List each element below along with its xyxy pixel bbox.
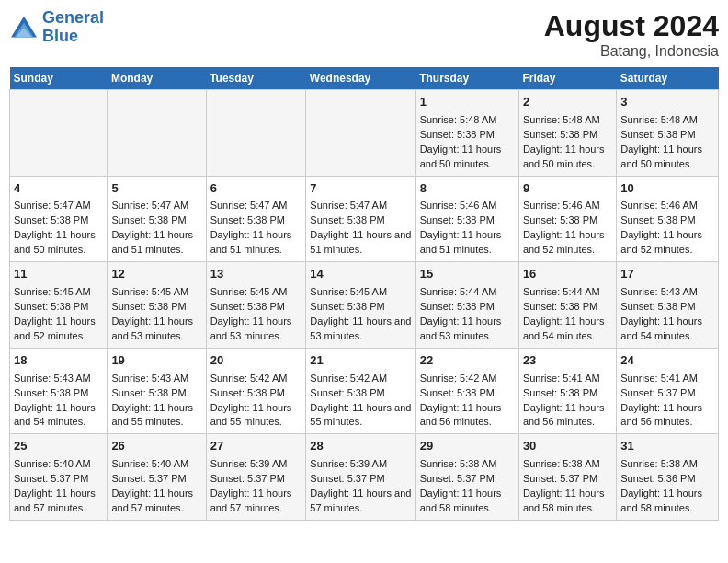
sunset-text: Sunset: 5:38 PM bbox=[420, 386, 515, 401]
day-number: 22 bbox=[420, 352, 515, 370]
calendar-week-row: 11Sunrise: 5:45 AMSunset: 5:38 PMDayligh… bbox=[10, 262, 719, 349]
sunrise-text: Sunrise: 5:48 AM bbox=[620, 113, 714, 128]
daylight-text: Daylight: 11 hours and 56 minutes. bbox=[420, 401, 515, 431]
calendar-cell bbox=[10, 90, 108, 177]
day-number: 28 bbox=[310, 438, 411, 455]
day-number: 29 bbox=[420, 438, 515, 455]
header-sunday: Sunday bbox=[10, 67, 108, 90]
sunset-text: Sunset: 5:37 PM bbox=[523, 472, 612, 487]
header-monday: Monday bbox=[108, 67, 206, 90]
day-number: 3 bbox=[620, 94, 714, 111]
sunset-text: Sunset: 5:38 PM bbox=[14, 213, 103, 228]
sunset-text: Sunset: 5:38 PM bbox=[420, 300, 515, 315]
calendar-cell: 22Sunrise: 5:42 AMSunset: 5:38 PMDayligh… bbox=[415, 348, 518, 434]
day-number: 16 bbox=[523, 266, 612, 283]
sunrise-text: Sunrise: 5:47 AM bbox=[14, 199, 103, 213]
calendar-cell: 3Sunrise: 5:48 AMSunset: 5:38 PMDaylight… bbox=[617, 90, 719, 177]
daylight-text: Daylight: 11 hours and 53 minutes. bbox=[210, 315, 302, 344]
header-wednesday: Wednesday bbox=[306, 67, 415, 90]
day-number: 24 bbox=[620, 352, 714, 370]
calendar-cell: 15Sunrise: 5:44 AMSunset: 5:38 PMDayligh… bbox=[415, 262, 518, 349]
daylight-text: Daylight: 11 hours and 56 minutes. bbox=[620, 401, 714, 431]
daylight-text: Daylight: 11 hours and 58 minutes. bbox=[523, 487, 612, 516]
sunrise-text: Sunrise: 5:39 AM bbox=[310, 457, 411, 472]
calendar-cell: 30Sunrise: 5:38 AMSunset: 5:37 PMDayligh… bbox=[518, 434, 616, 521]
sunset-text: Sunset: 5:38 PM bbox=[210, 300, 302, 315]
day-number: 31 bbox=[620, 438, 714, 455]
daylight-text: Daylight: 11 hours and 53 minutes. bbox=[111, 315, 201, 344]
day-number: 17 bbox=[620, 266, 714, 283]
calendar-header-row: Sunday Monday Tuesday Wednesday Thursday… bbox=[10, 67, 719, 90]
calendar-cell: 5Sunrise: 5:47 AMSunset: 5:38 PMDaylight… bbox=[108, 176, 206, 262]
day-number: 14 bbox=[310, 266, 411, 283]
calendar-subtitle: Batang, Indonesia bbox=[544, 43, 719, 60]
title-block: August 2024 Batang, Indonesia bbox=[544, 9, 719, 60]
daylight-text: Daylight: 11 hours and 58 minutes. bbox=[620, 487, 714, 516]
daylight-text: Daylight: 11 hours and 58 minutes. bbox=[420, 487, 515, 516]
daylight-text: Daylight: 11 hours and 57 minutes. bbox=[14, 487, 103, 516]
sunset-text: Sunset: 5:38 PM bbox=[620, 213, 714, 228]
day-number: 19 bbox=[111, 352, 201, 370]
day-number: 10 bbox=[620, 180, 714, 198]
daylight-text: Daylight: 11 hours and 50 minutes. bbox=[14, 228, 103, 258]
daylight-text: Daylight: 11 hours and 55 minutes. bbox=[310, 401, 411, 431]
sunset-text: Sunset: 5:38 PM bbox=[14, 386, 103, 401]
calendar-cell: 21Sunrise: 5:42 AMSunset: 5:38 PMDayligh… bbox=[306, 348, 415, 434]
sunrise-text: Sunrise: 5:38 AM bbox=[420, 457, 515, 472]
daylight-text: Daylight: 11 hours and 51 minutes. bbox=[310, 228, 411, 258]
sunset-text: Sunset: 5:38 PM bbox=[523, 300, 612, 315]
day-number: 9 bbox=[523, 180, 612, 198]
daylight-text: Daylight: 11 hours and 53 minutes. bbox=[420, 315, 515, 344]
sunset-text: Sunset: 5:38 PM bbox=[420, 128, 515, 143]
calendar-cell: 23Sunrise: 5:41 AMSunset: 5:38 PMDayligh… bbox=[518, 348, 616, 434]
calendar-cell: 14Sunrise: 5:45 AMSunset: 5:38 PMDayligh… bbox=[306, 262, 415, 349]
sunrise-text: Sunrise: 5:45 AM bbox=[111, 285, 201, 300]
day-number: 8 bbox=[420, 180, 515, 198]
calendar-cell: 12Sunrise: 5:45 AMSunset: 5:38 PMDayligh… bbox=[108, 262, 206, 349]
calendar-cell: 31Sunrise: 5:38 AMSunset: 5:36 PMDayligh… bbox=[617, 434, 719, 521]
sunset-text: Sunset: 5:36 PM bbox=[620, 472, 714, 487]
daylight-text: Daylight: 11 hours and 55 minutes. bbox=[210, 401, 302, 431]
sunset-text: Sunset: 5:38 PM bbox=[620, 300, 714, 315]
daylight-text: Daylight: 11 hours and 50 minutes. bbox=[523, 143, 612, 172]
sunrise-text: Sunrise: 5:40 AM bbox=[14, 457, 103, 472]
sunrise-text: Sunrise: 5:48 AM bbox=[420, 113, 515, 128]
calendar-cell: 20Sunrise: 5:42 AMSunset: 5:38 PMDayligh… bbox=[206, 348, 306, 434]
logo: General Blue bbox=[9, 9, 104, 46]
day-number: 23 bbox=[523, 352, 612, 370]
daylight-text: Daylight: 11 hours and 50 minutes. bbox=[420, 143, 515, 172]
day-number: 12 bbox=[111, 266, 201, 283]
calendar-week-row: 4Sunrise: 5:47 AMSunset: 5:38 PMDaylight… bbox=[10, 176, 719, 262]
sunset-text: Sunset: 5:38 PM bbox=[620, 128, 714, 143]
calendar-cell: 17Sunrise: 5:43 AMSunset: 5:38 PMDayligh… bbox=[617, 262, 719, 349]
sunrise-text: Sunrise: 5:47 AM bbox=[310, 199, 411, 213]
sunset-text: Sunset: 5:38 PM bbox=[210, 386, 302, 401]
day-number: 30 bbox=[523, 438, 612, 455]
calendar-title: August 2024 bbox=[544, 9, 719, 43]
sunrise-text: Sunrise: 5:41 AM bbox=[523, 372, 612, 386]
calendar-cell bbox=[306, 90, 415, 177]
daylight-text: Daylight: 11 hours and 51 minutes. bbox=[420, 228, 515, 258]
sunrise-text: Sunrise: 5:43 AM bbox=[111, 372, 201, 386]
daylight-text: Daylight: 11 hours and 52 minutes. bbox=[523, 228, 612, 258]
day-number: 13 bbox=[210, 266, 302, 283]
sunrise-text: Sunrise: 5:47 AM bbox=[210, 199, 302, 213]
sunrise-text: Sunrise: 5:39 AM bbox=[210, 457, 302, 472]
daylight-text: Daylight: 11 hours and 57 minutes. bbox=[111, 487, 201, 516]
calendar-cell: 6Sunrise: 5:47 AMSunset: 5:38 PMDaylight… bbox=[206, 176, 306, 262]
sunset-text: Sunset: 5:38 PM bbox=[111, 213, 201, 228]
calendar-week-row: 1Sunrise: 5:48 AMSunset: 5:38 PMDaylight… bbox=[10, 90, 719, 177]
day-number: 15 bbox=[420, 266, 515, 283]
day-number: 4 bbox=[14, 180, 103, 198]
sunset-text: Sunset: 5:37 PM bbox=[310, 472, 411, 487]
sunset-text: Sunset: 5:37 PM bbox=[420, 472, 515, 487]
calendar-cell: 1Sunrise: 5:48 AMSunset: 5:38 PMDaylight… bbox=[415, 90, 518, 177]
sunrise-text: Sunrise: 5:42 AM bbox=[210, 372, 302, 386]
calendar-week-row: 18Sunrise: 5:43 AMSunset: 5:38 PMDayligh… bbox=[10, 348, 719, 434]
calendar-cell: 28Sunrise: 5:39 AMSunset: 5:37 PMDayligh… bbox=[306, 434, 415, 521]
sunset-text: Sunset: 5:38 PM bbox=[310, 213, 411, 228]
calendar-cell: 7Sunrise: 5:47 AMSunset: 5:38 PMDaylight… bbox=[306, 176, 415, 262]
sunrise-text: Sunrise: 5:45 AM bbox=[14, 285, 103, 300]
day-number: 11 bbox=[14, 266, 103, 283]
header-friday: Friday bbox=[518, 67, 616, 90]
